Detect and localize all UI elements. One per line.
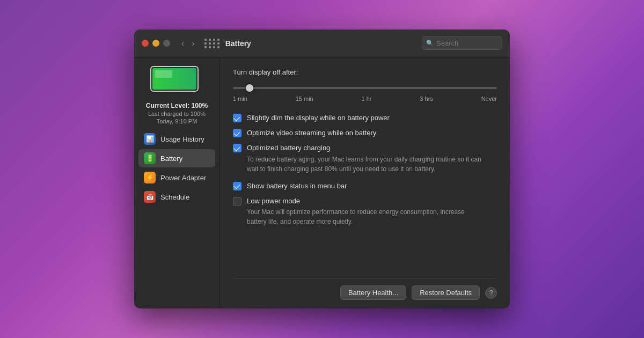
display-off-slider[interactable] (233, 87, 497, 89)
option-show-status-text-wrap: Show battery status in menu bar (247, 181, 347, 191)
sidebar-item-schedule[interactable]: 📅 Schedule (138, 188, 215, 206)
option-low-power: Low power mode Your Mac will optimize pe… (233, 194, 497, 229)
schedule-icon: 📅 (144, 191, 156, 203)
option-show-status: Show battery status in menu bar (233, 179, 497, 194)
checkbox-show-status[interactable] (233, 182, 241, 190)
sidebar-item-battery[interactable]: 🔋 Battery (138, 149, 215, 167)
option-optimized-charging-text-wrap: Optimized battery charging To reduce bat… (247, 143, 483, 173)
sidebar-nav: 📊 Usage History 🔋 Battery ⚡ Power Adapte… (134, 126, 219, 206)
option-optimize-video: Optimize video streaming while on batter… (233, 126, 497, 141)
battery-fill (152, 68, 196, 90)
right-panel: Turn display off after: 1 min 15 min 1 h… (220, 57, 510, 308)
option-dim-display-text-wrap: Slightly dim the display while on batter… (247, 113, 390, 123)
option-dim-display: Slightly dim the display while on batter… (233, 111, 497, 126)
checkbox-dim-display[interactable] (233, 114, 241, 122)
battery-body (150, 66, 199, 92)
battery-health-button[interactable]: Battery Health... (340, 285, 406, 300)
maximize-button[interactable] (163, 40, 170, 47)
sidebar-item-battery-label: Battery (160, 155, 182, 163)
usage-history-icon: 📊 (144, 133, 156, 145)
option-low-power-label: Low power mode (247, 196, 483, 206)
slider-labels: 1 min 15 min 1 hr 3 hrs Never (233, 95, 497, 102)
titlebar: ‹ › Battery (134, 30, 510, 57)
sidebar-item-power-adapter[interactable]: ⚡ Power Adapter (138, 168, 215, 187)
option-optimize-video-text-wrap: Optimize video streaming while on batter… (247, 128, 376, 138)
checkbox-optimize-video[interactable] (233, 129, 241, 137)
option-low-power-text-wrap: Low power mode Your Mac will optimize pe… (247, 196, 483, 226)
close-button[interactable] (142, 40, 149, 47)
nav-buttons: ‹ › (179, 38, 197, 49)
slider-label-15min: 15 min (296, 95, 313, 102)
system-preferences-window: ‹ › Battery Current Level: (134, 30, 510, 308)
sidebar: Current Level: 100% Last charged to 100%… (134, 57, 220, 308)
window-title: Battery (225, 39, 416, 48)
slider-label-never: Never (481, 95, 497, 102)
power-adapter-icon: ⚡ (144, 172, 156, 183)
option-optimized-charging-label: Optimized battery charging (247, 143, 483, 153)
minimize-button[interactable] (152, 40, 159, 47)
option-optimized-charging: Optimized battery charging To reduce bat… (233, 141, 497, 176)
battery-icon-wrap (150, 66, 204, 95)
battery-highlight (155, 70, 173, 78)
battery-last-charged-time: Today, 9:10 PM (157, 118, 197, 124)
slider-label-1min: 1 min (233, 95, 247, 102)
search-wrap (422, 36, 502, 50)
sidebar-item-usage-history-label: Usage History (160, 135, 204, 143)
slider-label-1hr: 1 hr (362, 95, 372, 102)
slider-label-3hrs: 3 hrs (420, 95, 433, 102)
sidebar-item-power-adapter-label: Power Adapter (160, 174, 206, 182)
sidebar-item-schedule-label: Schedule (160, 193, 189, 201)
search-input[interactable] (422, 36, 502, 50)
slider-section-label: Turn display off after: (233, 68, 497, 76)
battery-last-charged: Last charged to 100% (148, 111, 206, 117)
forward-button[interactable]: › (189, 38, 197, 49)
options-list: Slightly dim the display while on batter… (233, 111, 497, 274)
option-optimized-charging-desc: To reduce battery aging, your Mac learns… (247, 155, 483, 174)
restore-defaults-button[interactable]: Restore Defaults (412, 285, 480, 300)
option-show-status-label: Show battery status in menu bar (247, 181, 347, 191)
option-optimize-video-label: Optimize video streaming while on batter… (247, 128, 376, 138)
back-button[interactable]: ‹ (179, 38, 187, 49)
help-button[interactable]: ? (485, 287, 497, 299)
checkbox-low-power[interactable] (233, 197, 241, 205)
slider-section: Turn display off after: 1 min 15 min 1 h… (233, 68, 497, 102)
sidebar-item-usage-history[interactable]: 📊 Usage History (138, 130, 215, 148)
footer: Battery Health... Restore Defaults ? (233, 278, 497, 300)
option-low-power-desc: Your Mac will optimize performance to re… (247, 207, 483, 226)
traffic-lights (142, 40, 170, 47)
battery-level-text: Current Level: 100% (146, 102, 208, 109)
checkbox-optimized-charging[interactable] (233, 144, 241, 152)
main-content: Current Level: 100% Last charged to 100%… (134, 57, 510, 308)
apps-grid-icon[interactable] (205, 36, 220, 51)
battery-icon: 🔋 (144, 152, 156, 164)
option-dim-display-label: Slightly dim the display while on batter… (247, 113, 390, 123)
